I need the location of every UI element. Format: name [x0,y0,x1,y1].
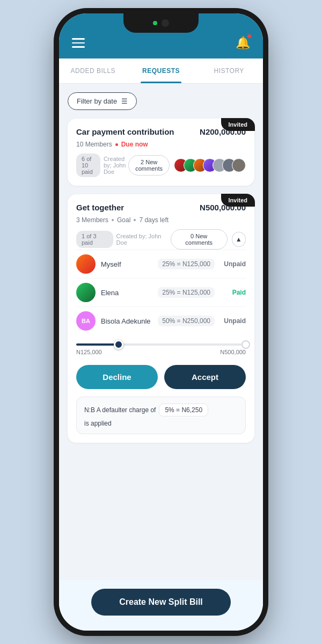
tab-history[interactable]: HISTORY [195,58,263,83]
card1-avatar-stack [174,158,246,172]
card1-top: Car payment contribution N200,000.00 [76,127,246,136]
invited-badge-1: Invited [221,118,255,131]
accept-button[interactable]: Accept [164,365,246,389]
sep-dot-1 [112,219,114,221]
action-buttons: Decline Accept [76,365,246,389]
main-content: Filter by date ☰ Invited Car payment con… [59,84,263,580]
card2-paid-badge: 1 of 3 paid [76,231,113,248]
avatar-bisola: BA [76,311,96,331]
avatar-bisola-initials: BA [82,318,90,324]
avatar-elena [76,283,96,302]
notification-dot [247,34,252,39]
bottom-bar: Create New Split Bill [59,580,263,631]
note-prefix: N:B A defaulter charge of [84,406,156,414]
card2-creator: Created by; John Doe [116,233,171,246]
filter-by-date-button[interactable]: Filter by date ☰ [68,92,137,110]
note-value: 5% = N6,250 [159,404,208,416]
slider-fill [76,343,119,346]
card1-members: 10 Members [76,141,112,148]
member-split-elena: 25% = N125,000 [158,287,215,298]
card2-goal: Goal [117,216,130,224]
member-row-bisola: BA Bisola Adekunle 50% = N250,000 Unpaid [76,306,246,335]
member-name-bisola: Bisola Adekunle [101,317,152,325]
slider-max-label: N500,000 [220,349,246,355]
filter-label: Filter by date [77,97,117,105]
card-get-together: Invited Get together N500,000.00 3 Membe… [68,194,254,443]
member-split-myself: 25% = N125,000 [158,259,215,269]
note-suffix: is applied [84,420,112,427]
invited-badge-2: Invited [221,194,255,207]
card2-sub: 3 Members Goal 7 days left [76,216,246,224]
card2-comments-label: 0 New comments [178,233,221,246]
phone-notch [123,13,199,33]
member-name-myself: Myself [101,260,152,268]
card1-comments-label: 2 New comments [135,159,163,172]
decline-button[interactable]: Decline [76,365,158,389]
card1-title: Car payment contribution [76,127,174,136]
notch-indicator [153,21,157,25]
defaulter-note: N:B A defaulter charge of 5% = N6,250 is… [76,397,246,434]
card1-comments-button[interactable]: 2 New comments [128,155,170,175]
card1-footer-left: 6 of 10 paid Created by; John Doe [76,153,128,177]
tab-added-bills[interactable]: ADDED BILLS [59,58,127,83]
card2-days: 7 days left [139,216,169,224]
member-name-elena: Elena [101,289,152,297]
card2-top: Get together N500,000.00 [76,203,246,212]
slider-thumb[interactable] [114,340,123,349]
hamburger-icon[interactable] [72,38,85,48]
dot-separator [115,143,118,146]
card1-paid-badge: 6 of 10 paid [76,153,100,177]
slider-min-label: N125,000 [76,349,102,355]
tabs-bar: ADDED BILLS REQUESTS HISTORY [59,58,263,84]
slider-thumb-end [241,340,250,349]
card2-title: Get together [76,203,124,212]
slider-labels: N125,000 N500,000 [76,349,246,355]
member-split-bisola: 50% = N250,000 [158,316,215,326]
member-row-elena: Elena 25% = N125,000 Paid [76,278,246,306]
avatar-7 [232,158,246,172]
card2-footer-left: 1 of 3 paid Created by; John Doe [76,231,171,248]
slider-track [76,343,246,346]
payment-slider[interactable]: N125,000 N500,000 [76,341,246,357]
card2-expand-button[interactable]: ▲ [232,232,246,247]
card1-creator: Created by; John Doe [104,156,128,175]
card1-footer: 6 of 10 paid Created by; John Doe 2 New … [76,153,246,177]
card2-comments-button[interactable]: 0 New comments [171,229,228,250]
member-status-myself: Unpaid [220,260,246,268]
bell-icon[interactable]: 🔔 [236,36,250,50]
card-car-payment: Invited Car payment contribution N200,00… [68,119,254,186]
member-row-myself: Myself 25% = N125,000 Unpaid [76,250,246,278]
member-status-elena: Paid [220,289,246,296]
member-status-bisola: Unpaid [220,317,246,325]
sep-dot-2 [134,219,136,221]
avatar-myself [76,254,96,274]
card1-due: Due now [121,141,148,148]
notch-camera [162,19,169,27]
card2-members: 3 Members [76,216,108,224]
filter-icon: ☰ [121,97,128,105]
tab-requests[interactable]: REQUESTS [127,58,195,83]
card1-sub: 10 Members Due now [76,141,246,148]
create-split-bill-button[interactable]: Create New Split Bill [91,589,231,616]
card2-footer-top: 1 of 3 paid Created by; John Doe 0 New c… [76,229,246,250]
